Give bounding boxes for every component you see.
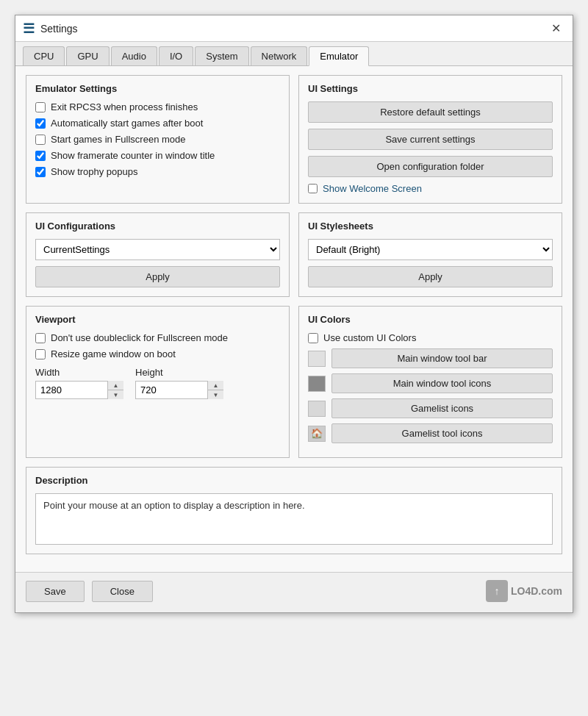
- checkbox-row-fullscreen: Start games in Fullscreen mode: [35, 134, 280, 145]
- ui-settings-panel: UI Settings Restore default settings Sav…: [298, 75, 562, 204]
- title-bar: ☰ Settings ✕: [15, 15, 573, 42]
- tab-bar: CPU GPU Audio I/O System Network Emulato…: [15, 42, 573, 66]
- show-welcome-checkbox[interactable]: [308, 184, 318, 193]
- no-doubleclick-label: Don't use doubleclick for Fullscreen mod…: [51, 332, 228, 343]
- ui-configurations-title: UI Configurations: [35, 221, 280, 232]
- gamelist-icons-button[interactable]: Gamelist icons: [331, 398, 553, 418]
- toolbar-icons-swatch[interactable]: [308, 376, 326, 392]
- show-welcome-row: Show Welcome Screen: [308, 183, 553, 194]
- gamelist-tool-icons-button[interactable]: Gamelist tool icons: [331, 423, 553, 443]
- emulator-settings-title: Emulator Settings: [35, 83, 280, 94]
- toolbar-icons-button[interactable]: Main window tool icons: [331, 373, 553, 393]
- framerate-checkbox[interactable]: [35, 151, 46, 161]
- ui-stylesheet-select[interactable]: Default (Bright): [308, 239, 553, 260]
- fullscreen-checkbox[interactable]: [35, 135, 46, 145]
- ui-colors-panel: UI Colors Use custom UI Colors Main wind…: [298, 306, 562, 458]
- save-button[interactable]: Save: [26, 581, 85, 602]
- description-title: Description: [35, 475, 553, 486]
- show-welcome-label: Show Welcome Screen: [323, 183, 422, 194]
- tab-system[interactable]: System: [195, 46, 248, 65]
- use-custom-colors-checkbox[interactable]: [308, 333, 318, 343]
- lo4d-text: LO4D.com: [511, 585, 562, 597]
- gamelist-tool-icon: 🏠: [308, 426, 326, 442]
- ui-stylesheets-panel: UI Stylesheets Default (Bright) Apply: [298, 212, 562, 297]
- top-row: Emulator Settings Exit RPCS3 when proces…: [26, 75, 562, 204]
- tab-io[interactable]: I/O: [159, 46, 193, 65]
- toolbar-bar-row: Main window tool bar: [308, 348, 553, 368]
- toolbar-icons-row: Main window tool icons: [308, 373, 553, 393]
- ui-stylesheet-select-row: Default (Bright): [308, 239, 553, 260]
- restore-defaults-button[interactable]: Restore default settings: [308, 101, 553, 123]
- emulator-settings-panel: Emulator Settings Exit RPCS3 when proces…: [26, 75, 290, 204]
- footer: Save Close ↑ LO4D.com: [15, 572, 573, 612]
- use-custom-colors-label: Use custom UI Colors: [323, 332, 416, 343]
- resize-on-boot-label: Resize game window on boot: [51, 348, 176, 359]
- checkbox-row-exit: Exit RPCS3 when process finishes: [35, 101, 280, 112]
- width-decrement-button[interactable]: ▼: [108, 390, 123, 399]
- height-input-wrap: ▲ ▼: [135, 381, 223, 399]
- description-box: Point your mouse at an option to display…: [35, 493, 553, 545]
- title-bar-left: ☰ Settings: [23, 21, 78, 37]
- window-title: Settings: [40, 23, 78, 35]
- ui-colors-title: UI Colors: [308, 314, 553, 325]
- checkbox-row-nodoubleclick: Don't use doubleclick for Fullscreen mod…: [35, 332, 280, 343]
- use-custom-colors-row: Use custom UI Colors: [308, 332, 553, 343]
- viewport-panel: Viewport Don't use doubleclick for Fulls…: [26, 306, 290, 458]
- checkbox-row-trophy: Show trophy popups: [35, 166, 280, 177]
- width-increment-button[interactable]: ▲: [108, 381, 123, 390]
- ui-configurations-panel: UI Configurations CurrentSettings Apply: [26, 212, 290, 297]
- fullscreen-label: Start games in Fullscreen mode: [51, 134, 186, 145]
- settings-window: ☰ Settings ✕ CPU GPU Audio I/O System Ne…: [15, 15, 573, 613]
- lo4d-icon: ↑: [486, 580, 508, 602]
- width-height-row: Width ▲ ▼ Height: [35, 367, 280, 399]
- save-current-settings-button[interactable]: Save current settings: [308, 129, 553, 150]
- exit-rpcs3-checkbox[interactable]: [35, 102, 46, 112]
- resize-on-boot-checkbox[interactable]: [35, 349, 46, 359]
- app-icon: ☰: [23, 21, 35, 37]
- checkbox-row-framerate: Show framerate counter in window title: [35, 150, 280, 161]
- checkbox-row-resize: Resize game window on boot: [35, 348, 280, 359]
- width-spinner: ▲ ▼: [107, 381, 123, 399]
- width-label: Width: [35, 367, 123, 378]
- close-window-button[interactable]: ✕: [547, 20, 565, 37]
- trophy-checkbox[interactable]: [35, 167, 46, 177]
- height-label: Height: [135, 367, 223, 378]
- gamelist-tool-icons-row: 🏠 Gamelist tool icons: [308, 423, 553, 443]
- toolbar-bar-swatch[interactable]: [308, 351, 326, 367]
- open-config-folder-button[interactable]: Open configuration folder: [308, 156, 553, 177]
- ui-stylesheet-apply-button[interactable]: Apply: [308, 266, 553, 287]
- height-group: Height ▲ ▼: [135, 367, 223, 399]
- main-content: Emulator Settings Exit RPCS3 when proces…: [15, 66, 573, 572]
- no-doubleclick-checkbox[interactable]: [35, 333, 46, 343]
- checkbox-row-autostart: Automatically start games after boot: [35, 118, 280, 129]
- framerate-label: Show framerate counter in window title: [51, 150, 215, 161]
- description-section: Description Point your mouse at an optio…: [26, 467, 562, 554]
- ui-stylesheets-title: UI Stylesheets: [308, 221, 553, 232]
- trophy-label: Show trophy popups: [51, 166, 138, 177]
- ui-config-select-row: CurrentSettings: [35, 239, 280, 260]
- exit-rpcs3-label: Exit RPCS3 when process finishes: [51, 101, 198, 112]
- watermark: ↑ LO4D.com: [486, 580, 562, 602]
- tab-audio[interactable]: Audio: [111, 46, 157, 65]
- auto-start-label: Automatically start games after boot: [51, 118, 203, 129]
- close-button[interactable]: Close: [92, 581, 153, 602]
- toolbar-bar-button[interactable]: Main window tool bar: [331, 348, 553, 368]
- height-increment-button[interactable]: ▲: [208, 381, 223, 390]
- viewport-section: Viewport Don't use doubleclick for Fulls…: [26, 306, 562, 458]
- viewport-title: Viewport: [35, 314, 280, 325]
- ui-config-apply-button[interactable]: Apply: [35, 266, 280, 287]
- tab-cpu[interactable]: CPU: [23, 46, 65, 65]
- height-decrement-button[interactable]: ▼: [208, 390, 223, 399]
- tab-network[interactable]: Network: [251, 46, 308, 65]
- ui-settings-title: UI Settings: [308, 83, 553, 94]
- width-group: Width ▲ ▼: [35, 367, 123, 399]
- height-spinner: ▲ ▼: [207, 381, 223, 399]
- width-input-wrap: ▲ ▼: [35, 381, 123, 399]
- gamelist-icons-row: Gamelist icons: [308, 398, 553, 418]
- gamelist-icons-swatch[interactable]: [308, 401, 326, 417]
- ui-config-select[interactable]: CurrentSettings: [35, 239, 280, 260]
- auto-start-checkbox[interactable]: [35, 118, 46, 129]
- tab-emulator[interactable]: Emulator: [309, 46, 369, 66]
- tab-gpu[interactable]: GPU: [66, 46, 109, 65]
- config-section: UI Configurations CurrentSettings Apply …: [26, 212, 562, 297]
